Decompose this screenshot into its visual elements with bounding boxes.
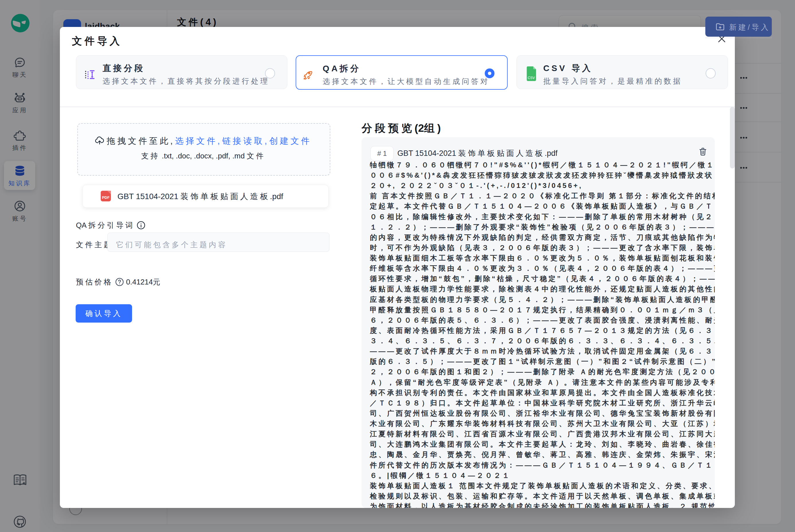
svg-text:CSV: CSV xyxy=(528,76,535,80)
svg-text:PDF: PDF xyxy=(102,195,110,200)
